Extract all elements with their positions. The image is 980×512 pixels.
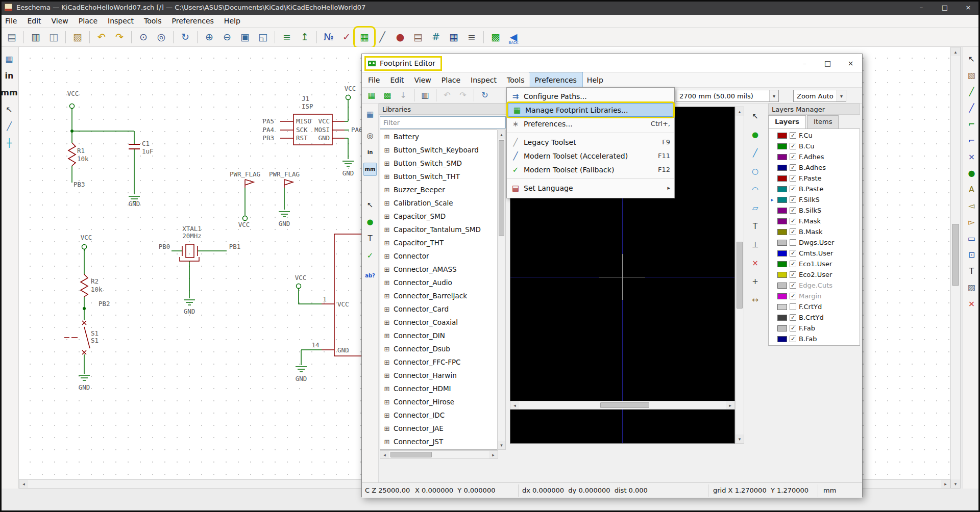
global-label-icon[interactable]: ◅ [965, 199, 979, 213]
tree-expander-icon[interactable]: ⊞ [383, 332, 390, 340]
menu-inspect[interactable]: Inspect [465, 73, 502, 87]
paste-icon[interactable]: ▨ [70, 30, 85, 45]
layer-visibility-checkbox[interactable] [790, 303, 796, 310]
layer-visibility-checkbox[interactable]: ✓ [790, 282, 796, 289]
menu-edit[interactable]: Edit [385, 73, 409, 87]
undo-icon[interactable]: ↶ [94, 30, 109, 45]
find-icon[interactable]: ⊙ [136, 30, 151, 45]
select-tool-icon[interactable]: ↖ [965, 52, 979, 66]
tree-expander-icon[interactable]: ⊞ [383, 398, 390, 406]
menu-edit[interactable]: Edit [22, 15, 46, 27]
layer-row-edge-cuts[interactable]: ✓Edge.Cuts [769, 280, 860, 291]
library-item[interactable]: ⊞Battery [380, 130, 505, 143]
library-filter-input[interactable]: Filter [380, 116, 506, 129]
library-item[interactable]: ⊞Connector_JAE [380, 422, 505, 435]
menu-view[interactable]: View [46, 15, 74, 27]
layer-visibility-checkbox[interactable]: ✓ [790, 336, 796, 342]
canvas-vscrollbar[interactable]: ▴ ▾ [735, 107, 744, 444]
layer-row-dwgs-user[interactable]: Dwgs.User [769, 237, 860, 248]
layer-color-swatch[interactable] [777, 325, 787, 331]
line-tool-icon[interactable]: ╱ [749, 146, 762, 160]
layer-color-swatch[interactable] [777, 261, 787, 267]
vscroll-thumb[interactable] [952, 224, 959, 286]
scroll-up-icon[interactable]: ▴ [736, 107, 744, 116]
layer-color-swatch[interactable] [777, 315, 787, 321]
layer-row-b-adhes[interactable]: ✓B.Adhes [769, 162, 860, 173]
tree-expander-icon[interactable]: ⊞ [383, 359, 390, 366]
fp-minimize-button[interactable]: – [793, 54, 816, 72]
layer-row-f-silks[interactable]: ▸✓F.SilkS [769, 194, 860, 205]
layer-visibility-checkbox[interactable]: ✓ [790, 153, 796, 160]
erc-icon[interactable]: ✓ [339, 30, 354, 45]
layer-color-swatch[interactable] [777, 208, 787, 214]
generate-netlist-icon[interactable]: # [428, 30, 444, 45]
layer-row-b-mask[interactable]: ✓B.Mask [769, 226, 860, 237]
layer-visibility-checkbox[interactable]: ✓ [790, 164, 796, 171]
library-item[interactable]: ⊞Connector_Audio [380, 276, 505, 289]
menu-tools[interactable]: Tools [139, 15, 167, 27]
menu-inspect[interactable]: Inspect [103, 15, 139, 27]
refresh-icon[interactable]: ↻ [478, 89, 492, 102]
junction-icon[interactable]: ● [965, 166, 979, 181]
library-item[interactable]: ⊞Connector_Card [380, 302, 505, 316]
units-inches-icon[interactable]: in [2, 69, 16, 83]
layer-row-margin[interactable]: ✓Margin [769, 291, 860, 301]
tree-expander-icon[interactable]: ⊞ [383, 133, 390, 141]
bus-to-bus-entry-icon[interactable]: ⌐ [965, 134, 979, 148]
menu-item-modern-toolset-accelerated-[interactable]: ╱Modern Toolset (Accelerated)F11 [507, 149, 674, 163]
no-connect-flag-icon[interactable]: × [965, 150, 979, 164]
library-item[interactable]: ⊞Connector [380, 249, 505, 263]
layer-visibility-checkbox[interactable]: ✓ [790, 250, 796, 257]
tree-expander-icon[interactable]: ⊞ [383, 319, 390, 326]
navigate-hierarchy-icon[interactable]: ≡ [279, 30, 295, 45]
footprint-editor-icon[interactable]: ▦ [357, 30, 372, 45]
cursor-shape-icon[interactable]: ↖ [2, 103, 16, 117]
run-pcbnew-icon[interactable]: ▩ [488, 30, 503, 45]
layer-row-b-cu[interactable]: ✓B.Cu [769, 141, 860, 151]
pad-tool-icon[interactable]: ● [749, 128, 762, 141]
library-item[interactable]: ⊞Connector_AMASS [380, 263, 505, 276]
place-wire-icon[interactable]: ╱ [965, 85, 979, 99]
scroll-down-icon[interactable]: ▾ [951, 479, 960, 488]
hierarchical-label-icon[interactable]: ▻ [965, 215, 979, 229]
grid-origin-tool-icon[interactable]: + [749, 275, 762, 288]
tree-expander-icon[interactable]: ⊞ [383, 305, 390, 313]
generate-bom-icon[interactable]: ≡ [464, 30, 479, 45]
footprint-check-icon[interactable]: ✓ [363, 249, 377, 262]
layer-visibility-checkbox[interactable]: ✓ [790, 132, 796, 139]
library-item[interactable]: ⊞Connector_Coaxial [380, 316, 505, 329]
tree-expander-icon[interactable]: ⊞ [383, 173, 390, 181]
library-item[interactable]: ⊞Capacitor_THT [380, 236, 505, 249]
layer-row-b-crtyd[interactable]: ✓B.CrtYd [769, 312, 860, 323]
tree-expander-icon[interactable]: ⊞ [383, 266, 390, 273]
tree-expander-icon[interactable]: ⊞ [383, 345, 390, 353]
menu-place[interactable]: Place [74, 15, 103, 27]
tree-expander-icon[interactable]: ⊞ [383, 412, 390, 419]
maximize-button[interactable]: □ [933, 0, 957, 15]
layer-color-swatch[interactable] [777, 133, 787, 139]
texts-sketch-mode-icon[interactable]: T [363, 232, 377, 245]
tab-items[interactable]: Items [807, 115, 839, 129]
library-item[interactable]: ⊞Connector_FFC-FPC [380, 355, 505, 369]
scroll-right-icon[interactable]: ▸ [941, 480, 950, 488]
annotate-icon[interactable]: № [321, 30, 336, 45]
layer-row-f-cu[interactable]: ✓F.Cu [769, 130, 860, 141]
library-vscroll-thumb[interactable] [499, 140, 504, 236]
hierarchical-sheet-icon[interactable]: ▭ [965, 232, 979, 246]
layer-visibility-checkbox[interactable]: ✓ [790, 293, 796, 299]
redo-icon[interactable]: ↷ [112, 30, 127, 45]
leave-sheet-icon[interactable]: ↥ [297, 30, 312, 45]
new-footprint-icon[interactable]: ▦ [365, 89, 378, 102]
net-label-icon[interactable]: A [965, 183, 979, 197]
tree-expander-icon[interactable]: ⊞ [383, 292, 390, 300]
library-hscroll-thumb[interactable] [390, 452, 432, 457]
import-sheet-pin-icon[interactable]: ⊡ [965, 248, 979, 262]
library-item[interactable]: ⊞Connector_JST [380, 435, 505, 448]
units-mm-icon[interactable]: mm [2, 86, 16, 100]
library-vscrollbar[interactable]: ▴ ▾ [497, 130, 506, 450]
menu-view[interactable]: View [409, 73, 436, 87]
tree-expander-icon[interactable]: ⊞ [383, 385, 390, 393]
layer-color-swatch[interactable] [777, 293, 787, 299]
tree-expander-icon[interactable]: ⊞ [383, 146, 390, 154]
tree-expander-icon[interactable]: ⊞ [383, 438, 390, 446]
